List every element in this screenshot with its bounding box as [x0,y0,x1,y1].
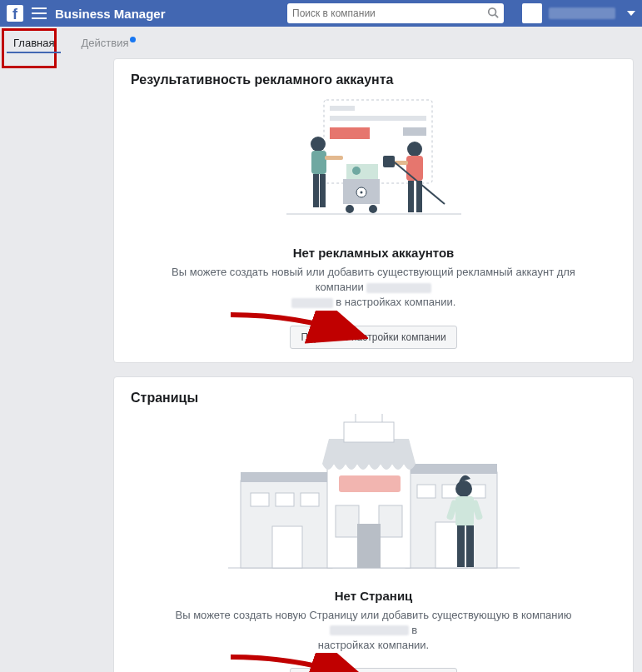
svg-point-50 [455,480,472,497]
card-title: Страницы [131,391,616,406]
svg-point-16 [369,205,377,213]
empty-state-description: Вы можете создать новый или добавить сущ… [131,265,616,311]
svg-rect-46 [339,475,401,492]
notification-dot-icon [130,37,136,42]
svg-point-0 [489,7,496,15]
svg-rect-6 [403,127,426,136]
desc-text: настройках компании. [318,639,430,651]
go-to-business-settings-button[interactable]: Перейти в настройки компании [290,668,456,672]
svg-rect-24 [383,156,395,167]
svg-line-1 [495,14,499,17]
svg-rect-43 [344,422,394,442]
svg-rect-36 [406,464,497,474]
company-name-redacted [366,283,431,293]
svg-rect-22 [408,181,414,212]
search-icon[interactable] [487,7,499,21]
tab-label: Действия [81,37,128,49]
svg-rect-33 [301,493,319,506]
svg-rect-10 [313,174,319,207]
user-name-redacted [549,7,615,19]
tab-label: Главная [13,37,54,49]
svg-rect-8 [311,151,326,174]
top-navbar: f Business Manager [0,0,642,27]
company-name-redacted [291,298,333,308]
svg-rect-54 [457,525,465,567]
svg-rect-34 [272,526,302,568]
hamburger-menu-icon[interactable] [32,7,47,19]
svg-rect-37 [417,485,435,498]
svg-rect-4 [330,116,426,121]
svg-rect-47 [336,505,359,537]
go-to-business-settings-button[interactable]: Перейти в настройки компании [290,326,456,349]
avatar [522,3,542,23]
empty-state-title: Нет рекламных аккаунтов [131,246,616,260]
illustration-wrapper [131,96,616,237]
button-row: Перейти в настройки компании [131,668,616,672]
empty-ad-account-illustration [278,96,470,237]
tab-home[interactable]: Главная [0,27,67,58]
svg-rect-20 [406,156,423,181]
svg-rect-5 [330,127,370,139]
svg-rect-3 [330,106,355,111]
svg-rect-31 [251,493,269,506]
card-pages: Страницы [113,376,634,672]
empty-state-title: Нет Страниц [131,589,616,603]
desc-text: Вы можете создать новую Страницу или доб… [176,609,572,621]
desc-text: в [411,624,417,636]
search-input[interactable] [292,7,487,19]
search-wrapper [287,3,504,23]
card-title: Результативность рекламного аккаунта [131,72,616,87]
svg-point-7 [311,137,326,152]
svg-point-14 [360,192,362,194]
main-content: Результативность рекламного аккаунта [0,58,642,672]
illustration-wrapper [131,414,616,580]
svg-rect-9 [325,156,343,160]
svg-rect-11 [320,174,326,207]
button-row: Перейти в настройки компании [131,326,616,349]
empty-pages-illustration [224,414,524,580]
svg-rect-48 [379,505,402,537]
svg-rect-17 [346,164,378,179]
facebook-logo-icon[interactable]: f [7,5,23,22]
svg-rect-32 [276,493,294,506]
app-title: Business Manager [55,7,166,21]
svg-rect-30 [241,472,332,482]
svg-point-15 [346,205,354,213]
svg-point-19 [407,142,422,157]
chevron-down-icon [627,11,635,16]
tabs-row: Главная Действия [0,27,642,58]
tab-actions[interactable]: Действия [67,27,149,58]
user-menu[interactable] [522,3,635,23]
company-name-redacted [330,625,409,635]
svg-point-18 [352,167,361,175]
empty-state-description: Вы можете создать новую Страницу или доб… [131,608,616,654]
svg-rect-51 [455,496,474,526]
desc-text: в настройках компании. [336,296,455,308]
svg-rect-55 [466,525,474,567]
svg-rect-49 [357,524,381,568]
card-ad-account-performance: Результативность рекламного аккаунта [113,58,634,363]
